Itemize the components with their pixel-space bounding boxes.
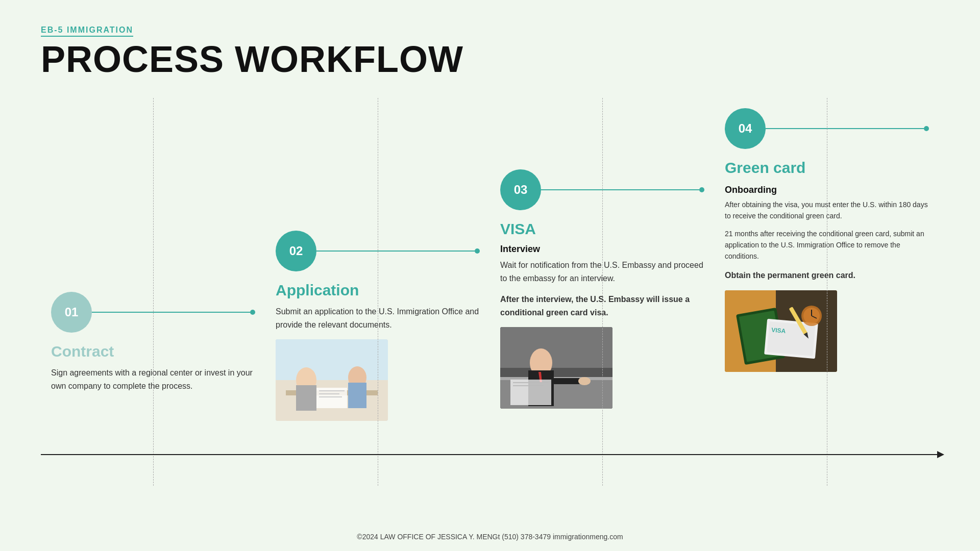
step-title-2: Application bbox=[276, 282, 480, 299]
svg-rect-20 bbox=[510, 380, 551, 405]
meeting-svg bbox=[276, 339, 388, 421]
step-header-4: 04 bbox=[725, 108, 929, 149]
page-container: EB-5 IMMIGRATION PROCESS WORKFLOW 01 Con… bbox=[0, 0, 980, 551]
step-bold-3: After the interview, the U.S. Embassy wi… bbox=[500, 293, 704, 319]
step-circle-4: 04 bbox=[725, 108, 766, 149]
step-title-4: Green card bbox=[725, 159, 929, 177]
svg-point-19 bbox=[578, 377, 591, 385]
bottom-arrow bbox=[41, 454, 939, 455]
step-title-1: Contract bbox=[51, 343, 255, 360]
step-desc-3: Wait for notification from the U.S. Emba… bbox=[500, 259, 704, 285]
onboarding-title: Onboarding bbox=[725, 185, 929, 195]
step-line-dot-4 bbox=[924, 126, 929, 131]
step-line-dot-3 bbox=[699, 187, 704, 192]
svg-rect-10 bbox=[319, 396, 342, 397]
step-desc-2: Submit an application to the U.S. Immigr… bbox=[276, 305, 480, 331]
step-desc-1: Sign agreements with a regional center o… bbox=[51, 366, 255, 392]
svg-rect-8 bbox=[319, 390, 345, 391]
step-line-3 bbox=[541, 189, 699, 190]
step-column-1: 01 Contract Sign agreements with a regio… bbox=[41, 98, 265, 486]
onboarding-desc1: After obtaining the visa, you must enter… bbox=[725, 199, 929, 221]
step-header-2: 02 bbox=[276, 231, 480, 271]
step-section-title-3: Interview bbox=[500, 244, 704, 255]
obtain-text: Obtain the permanent green card. bbox=[725, 269, 929, 282]
step-content-3: Interview Wait for notification from the… bbox=[500, 244, 704, 409]
step-content-2: Submit an application to the U.S. Immigr… bbox=[276, 305, 480, 421]
step-line-dot-1 bbox=[250, 310, 255, 315]
step-line-dot-2 bbox=[475, 248, 480, 254]
step-column-2: 02 Application Submit an application to … bbox=[265, 98, 490, 486]
step-number-2: 02 bbox=[289, 244, 303, 258]
svg-rect-6 bbox=[348, 383, 366, 408]
svg-text:VISA: VISA bbox=[771, 327, 786, 335]
step-line-1 bbox=[92, 312, 250, 313]
step-image-2 bbox=[276, 339, 388, 421]
footer: ©2024 LAW OFFICE OF JESSICA Y. MENGt (51… bbox=[0, 533, 980, 541]
footer-text: ©2024 LAW OFFICE OF JESSICA Y. MENGt (51… bbox=[357, 533, 623, 541]
step-number-3: 03 bbox=[514, 183, 528, 197]
step-image-4: VISA bbox=[725, 290, 837, 372]
interview-svg bbox=[500, 327, 612, 409]
workflow: 01 Contract Sign agreements with a regio… bbox=[41, 98, 939, 486]
svg-rect-21 bbox=[513, 382, 549, 383]
step-image-3 bbox=[500, 327, 612, 409]
svg-rect-18 bbox=[551, 378, 582, 384]
greencard-image: VISA bbox=[725, 290, 837, 372]
step-content-1: Sign agreements with a regional center o… bbox=[51, 366, 255, 392]
svg-rect-22 bbox=[513, 385, 544, 386]
interview-image bbox=[500, 327, 612, 409]
step-content-4: Onboarding After obtaining the visa, you… bbox=[725, 185, 929, 372]
step-number-4: 04 bbox=[739, 121, 752, 136]
svg-rect-4 bbox=[296, 385, 316, 411]
step-column-4: 04 Green card Onboarding After obtaining… bbox=[715, 98, 939, 486]
main-title: PROCESS WORKFLOW bbox=[41, 41, 939, 78]
step-circle-2: 02 bbox=[276, 231, 316, 271]
meeting-image bbox=[276, 339, 388, 421]
greencard-svg: VISA bbox=[725, 290, 837, 372]
subtitle: EB-5 IMMIGRATION bbox=[41, 26, 133, 37]
step-line-2 bbox=[316, 251, 475, 252]
step-circle-1: 01 bbox=[51, 292, 92, 333]
step-circle-3: 03 bbox=[500, 169, 541, 210]
step-number-1: 01 bbox=[65, 305, 79, 319]
step-header-3: 03 bbox=[500, 169, 704, 210]
step-line-4 bbox=[766, 128, 924, 129]
svg-rect-12 bbox=[500, 327, 612, 368]
header: EB-5 IMMIGRATION PROCESS WORKFLOW bbox=[41, 26, 939, 78]
step-column-3: 03 VISA Interview Wait for notification … bbox=[490, 98, 715, 486]
step-header-1: 01 bbox=[51, 292, 255, 333]
onboarding-desc2: 21 months after receiving the conditiona… bbox=[725, 229, 929, 262]
step-title-3: VISA bbox=[500, 220, 704, 238]
svg-rect-9 bbox=[319, 393, 339, 394]
